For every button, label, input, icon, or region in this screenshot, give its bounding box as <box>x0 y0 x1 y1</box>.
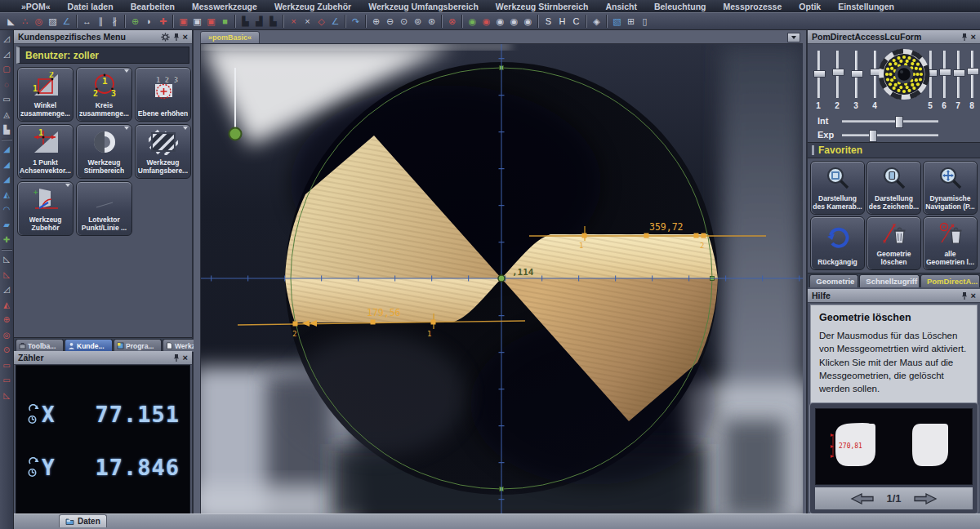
menu-beleuchtung[interactable]: Beleuchtung <box>654 2 706 11</box>
peak-tool-icon[interactable]: ◬ <box>1 109 13 121</box>
block-1-icon[interactable]: ▭ <box>1 359 13 371</box>
camera-viewport[interactable]: ,114 359,72 1 2 <box>200 43 803 515</box>
menu-werkzeug-umfangsbereich[interactable]: Werkzeug Umfangsbereich <box>368 2 479 11</box>
crossed-lines-icon[interactable]: ∦ <box>108 15 122 29</box>
menu-messprozesse[interactable]: Messprozesse <box>724 2 782 11</box>
hatch-area-icon[interactable]: ▨ <box>46 15 60 29</box>
dynamische-navigation-button[interactable]: DynamischeNavigation (P... <box>923 161 978 215</box>
gallery-image[interactable]: 270,81 <box>815 408 973 485</box>
tab-kundenmenu[interactable]: Kunde... <box>65 339 113 352</box>
close-icon[interactable]: × <box>183 33 188 41</box>
blue-slope-3-icon[interactable]: ◢ <box>1 173 13 185</box>
menu-werkzeug-stirnbereich[interactable]: Werkzeug Stirnbereich <box>496 2 589 11</box>
tool-silhouette-1-icon[interactable]: ▙ <box>238 15 252 29</box>
menu-pom[interactable]: »POM« <box>21 2 51 11</box>
window-copy-icon[interactable]: ⊞ <box>624 15 638 29</box>
light-1-icon[interactable]: ◉ <box>466 15 479 29</box>
light-2-icon[interactable]: ◉ <box>479 15 493 29</box>
blue-slope-1-icon[interactable]: ◢ <box>1 143 13 155</box>
winkel-zusammengesetzt-button[interactable]: 1 2 Winkelzusammenge... <box>17 67 74 122</box>
step-tool-icon[interactable]: ▙ <box>1 123 13 136</box>
menu-datei-laden[interactable]: Datei laden <box>68 2 114 11</box>
int-slider[interactable] <box>842 120 938 122</box>
tab-pombasic[interactable]: »pomBasic« <box>200 31 260 44</box>
slope-tool-2-icon[interactable]: ◿ <box>1 48 13 60</box>
rueckgaengig-button[interactable]: Rückgängig <box>810 216 865 270</box>
light-slider-3[interactable]: 3 <box>849 51 862 114</box>
light-minus-icon[interactable]: ◉ <box>507 15 521 29</box>
menu-einstellungen[interactable]: Einstellungen <box>838 2 894 11</box>
block-2-icon[interactable]: ▭ <box>1 374 13 386</box>
tool-silhouette-3-icon[interactable]: ▙ <box>266 15 280 29</box>
menu-optik[interactable]: Optik <box>799 2 821 11</box>
pin-icon[interactable] <box>173 353 180 362</box>
light-slider-6[interactable]: 6 <box>938 51 951 114</box>
pin-icon[interactable] <box>173 33 180 42</box>
previous-page-button[interactable] <box>850 492 875 505</box>
werkzeug-stirnbereich-button[interactable]: WerkzeugStirnbereich <box>76 124 132 179</box>
close-icon[interactable]: × <box>971 33 976 41</box>
blue-flag-icon[interactable]: ▰ <box>1 219 13 231</box>
crosshair-center-point[interactable] <box>498 275 505 282</box>
gray-slope-3-icon[interactable]: ◺ <box>1 253 13 265</box>
ring-light-graphic[interactable] <box>877 47 931 101</box>
block-3-icon[interactable]: ◺ <box>1 389 13 402</box>
ebene-erhoehen-button[interactable]: 1 2 3 Ebene erhöhen <box>135 67 191 122</box>
circle-cross-icon[interactable]: ⊕ <box>1 313 13 326</box>
lotvektor-button[interactable]: LotvektorPunkt/Linie ... <box>76 181 132 236</box>
blue-box-icon[interactable]: ▧ <box>610 15 624 29</box>
light-h-icon[interactable]: H <box>555 15 569 29</box>
light-slider-2[interactable]: 2 <box>831 51 844 114</box>
pin-icon[interactable] <box>961 291 968 300</box>
rect-tool-icon[interactable]: ▭ <box>1 93 13 105</box>
alle-geometrien-loeschen-button[interactable]: alleGeometrien l... <box>923 216 978 270</box>
window-split-icon[interactable]: ▯ <box>638 15 652 29</box>
tool-face-icon[interactable]: ◗ <box>142 15 156 29</box>
point-edit-icon[interactable]: × <box>301 15 314 29</box>
werkzeug-umfangsbereich-button[interactable]: WerkzeugUmfangsbere... <box>135 124 191 179</box>
plane-cross-icon[interactable]: ✚ <box>156 15 170 29</box>
circle-measure-icon[interactable]: ◎ <box>32 15 46 29</box>
parallel-lines-icon[interactable]: ∥ <box>94 15 108 29</box>
tab-daten[interactable]: Daten <box>59 514 107 527</box>
frame-dot-icon[interactable]: ■ <box>218 15 232 29</box>
light-plus-icon[interactable]: ◉ <box>493 15 507 29</box>
circle-dot-icon[interactable]: ⊙ <box>1 344 13 356</box>
gray-slope-5-icon[interactable]: ◿ <box>1 283 13 296</box>
pin-icon[interactable] <box>961 33 968 42</box>
next-page-button[interactable] <box>913 492 938 505</box>
focus-slider-handle[interactable] <box>229 128 242 140</box>
exp-slider[interactable] <box>842 134 938 136</box>
rect-red-icon[interactable]: ▢ <box>1 63 13 75</box>
blue-slope-2-icon[interactable]: ◢ <box>1 158 13 171</box>
center-crosshair-icon[interactable]: ⊕ <box>128 15 142 29</box>
point-delete-icon[interactable]: × <box>287 15 301 29</box>
green-cross-icon[interactable]: ✚ <box>1 233 13 246</box>
light-s-icon[interactable]: S <box>541 15 555 29</box>
menu-werkzeug-zubehoer[interactable]: Werkzeug Zubehör <box>274 2 351 11</box>
zoom-sel-icon[interactable]: ⊙ <box>397 15 411 29</box>
blue-wave-icon[interactable]: ◠ <box>1 203 13 216</box>
zoom-in-icon[interactable]: ⊕ <box>369 15 383 29</box>
tab-schnellzugriff[interactable]: Schnellzugriff <box>859 274 920 287</box>
zoom-fit-icon[interactable]: ⊚ <box>411 15 425 29</box>
zoom-all-icon[interactable]: ⊛ <box>425 15 439 29</box>
tool-silhouette-2-icon[interactable]: ▟ <box>252 15 266 29</box>
angle-measure-icon[interactable]: ∠ <box>60 15 74 29</box>
point-chain-icon[interactable]: ∴ <box>18 15 32 29</box>
light-auto-icon[interactable]: ◉ <box>521 15 535 29</box>
zoom-out-icon[interactable]: ⊖ <box>383 15 397 29</box>
frame-left-icon[interactable]: ▣ <box>176 15 190 29</box>
close-icon[interactable]: × <box>971 291 976 300</box>
darstellung-zeichenbereich-button[interactable]: Darstellungdes Zeichenb... <box>866 161 921 215</box>
tab-toolbar[interactable]: Toolba... <box>16 339 64 352</box>
polygon-icon[interactable]: ◇ <box>314 15 328 29</box>
menu-messwerkzeuge[interactable]: Messwerkzeuge <box>192 2 257 11</box>
darstellung-kamerabild-button[interactable]: Darstellungdes Kamerab... <box>810 161 865 215</box>
achsenvektor-button[interactable]: 1 1 PunktAchsenvektor... <box>17 124 74 179</box>
wedge-red-icon[interactable]: ◭ <box>1 299 13 311</box>
circle-target-icon[interactable]: ◎ <box>1 329 13 341</box>
tab-geometrie[interactable]: Geometrie <box>809 274 858 287</box>
blue-peak-icon[interactable]: ◭ <box>1 189 13 201</box>
light-slider-8[interactable]: 8 <box>965 51 978 114</box>
